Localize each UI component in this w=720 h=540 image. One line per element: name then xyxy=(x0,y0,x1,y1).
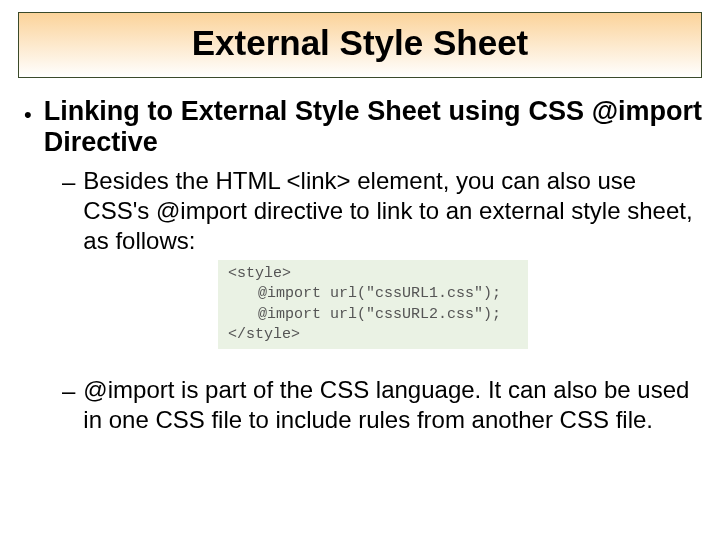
bullet-marker: • xyxy=(24,102,32,128)
slide-title: External Style Sheet xyxy=(19,23,701,63)
code-line-4: </style> xyxy=(228,325,518,345)
bullet-level-2-item-2: – @import is part of the CSS language. I… xyxy=(18,375,702,435)
code-line-3: @import url("cssURL2.css"); xyxy=(228,305,518,325)
bullet-text-main: Linking to External Style Sheet using CS… xyxy=(44,96,702,158)
code-line-1: <style> xyxy=(228,264,518,284)
bullet-level-1: • Linking to External Style Sheet using … xyxy=(18,96,702,158)
dash-marker: – xyxy=(62,377,75,405)
sub-bullet-text-1: Besides the HTML <link> element, you can… xyxy=(83,166,702,256)
slide-title-box: External Style Sheet xyxy=(18,12,702,78)
code-line-2: @import url("cssURL1.css"); xyxy=(228,284,518,304)
code-example-box: <style> @import url("cssURL1.css"); @imp… xyxy=(218,260,528,349)
dash-marker: – xyxy=(62,168,75,196)
bullet-level-2-item-1: – Besides the HTML <link> element, you c… xyxy=(18,166,702,256)
sub-bullet-text-2: @import is part of the CSS language. It … xyxy=(83,375,702,435)
